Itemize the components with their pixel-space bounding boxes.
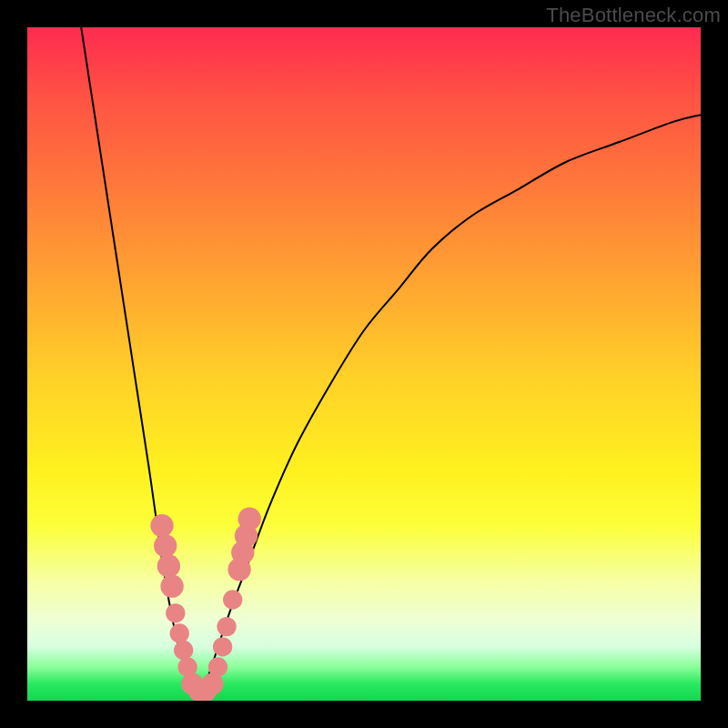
data-marker bbox=[217, 617, 236, 636]
chart-svg bbox=[27, 27, 701, 701]
marker-group bbox=[150, 508, 261, 701]
plot-area bbox=[27, 27, 701, 701]
data-marker bbox=[157, 554, 180, 577]
data-marker bbox=[170, 623, 189, 642]
data-marker bbox=[174, 641, 193, 660]
data-marker bbox=[150, 514, 173, 537]
data-marker bbox=[223, 590, 242, 609]
chart-frame: TheBottleneck.com bbox=[0, 0, 728, 728]
curve-right-branch bbox=[196, 115, 701, 693]
data-marker bbox=[166, 603, 185, 622]
data-marker bbox=[208, 657, 228, 676]
watermark-text: TheBottleneck.com bbox=[546, 4, 721, 27]
data-marker bbox=[160, 575, 183, 598]
data-marker bbox=[213, 637, 232, 656]
data-marker bbox=[238, 508, 261, 531]
data-marker bbox=[154, 534, 177, 557]
